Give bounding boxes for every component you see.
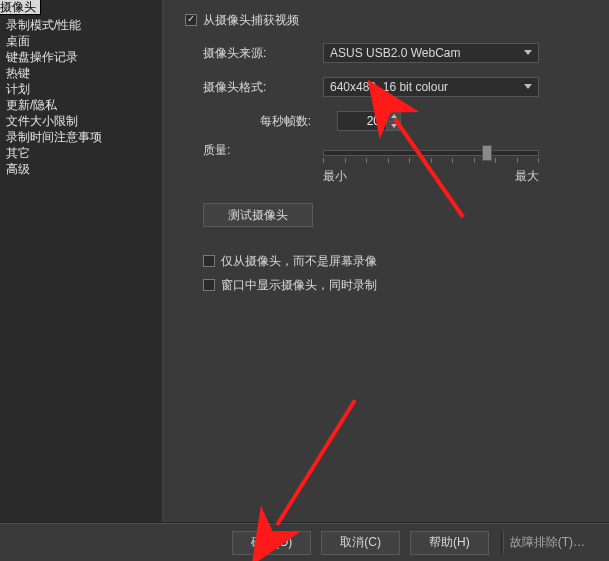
cancel-button[interactable]: 取消(C) xyxy=(321,531,400,555)
show-in-window-row: 窗口中显示摄像头，同时录制 xyxy=(203,277,609,293)
webcam-format-row: 摄像头格式: 640x480, 16 bit colour xyxy=(203,74,609,100)
text-cursor xyxy=(381,115,382,127)
capture-video-label: 从摄像头捕获视频 xyxy=(203,12,299,29)
dialog-button-bar: 确定(O) 取消(C) 帮助(H) 故障排除(T)… xyxy=(0,522,609,561)
webcam-source-dropdown[interactable]: ASUS USB2.0 WebCam xyxy=(323,43,539,63)
quality-label: 质量: xyxy=(203,142,323,159)
test-webcam-button[interactable]: 测试摄像头 xyxy=(203,203,313,227)
sidebar-item-desktop[interactable]: 桌面 xyxy=(0,33,162,49)
capture-video-checkbox[interactable] xyxy=(185,14,197,26)
ok-button[interactable]: 确定(O) xyxy=(232,531,311,555)
quality-slider-wrap: 最小 最大 xyxy=(323,142,539,185)
chevron-down-icon xyxy=(524,50,532,55)
fps-step-down[interactable] xyxy=(386,122,400,131)
test-webcam-label: 测试摄像头 xyxy=(228,207,288,224)
button-bar-divider xyxy=(501,532,504,554)
quality-slider-ticks xyxy=(323,158,539,164)
category-sidebar: 摄像头 录制模式/性能 桌面 键盘操作记录 热键 计划 更新/隐私 文件大小限制… xyxy=(0,0,163,522)
show-in-window-checkbox[interactable] xyxy=(203,279,215,291)
help-button[interactable]: 帮助(H) xyxy=(410,531,489,555)
webcam-source-row: 摄像头来源: ASUS USB2.0 WebCam xyxy=(203,40,609,66)
sidebar-item-time-notice[interactable]: 录制时间注意事项 xyxy=(0,129,162,145)
sidebar-item-update[interactable]: 更新/隐私 xyxy=(0,97,162,113)
sidebar-list: 录制模式/性能 桌面 键盘操作记录 热键 计划 更新/隐私 文件大小限制 录制时… xyxy=(0,17,162,177)
webcam-format-dropdown[interactable]: 640x480, 16 bit colour xyxy=(323,77,539,97)
fps-label: 每秒帧数: xyxy=(203,113,323,130)
sidebar-item-filesize[interactable]: 文件大小限制 xyxy=(0,113,162,129)
cancel-label: 取消(C) xyxy=(340,534,381,551)
fps-value: 20 xyxy=(367,114,380,128)
ok-label: 确定(O) xyxy=(251,534,292,551)
fps-input[interactable]: 20 xyxy=(337,111,401,131)
webcam-format-label: 摄像头格式: xyxy=(203,79,323,96)
only-webcam-label: 仅从摄像头，而不是屏幕录像 xyxy=(221,253,377,270)
fps-step-up[interactable] xyxy=(386,112,400,122)
quality-slider[interactable] xyxy=(323,150,539,156)
sidebar-title: 摄像头 xyxy=(0,0,41,15)
webcam-source-label: 摄像头来源: xyxy=(203,45,323,62)
troubleshoot-link[interactable]: 故障排除(T)… xyxy=(510,534,585,551)
sidebar-item-other[interactable]: 其它 xyxy=(0,145,162,161)
help-label: 帮助(H) xyxy=(429,534,470,551)
quality-row: 质量: 最小 最大 xyxy=(203,142,609,185)
only-webcam-checkbox[interactable] xyxy=(203,255,215,267)
capture-video-row: 从摄像头捕获视频 xyxy=(185,12,609,28)
webcam-settings-panel: 从摄像头捕获视频 摄像头来源: ASUS USB2.0 WebCam 摄像头格式… xyxy=(163,0,609,522)
sidebar-item-advanced[interactable]: 高级 xyxy=(0,161,162,177)
sidebar-item-keyboard[interactable]: 键盘操作记录 xyxy=(0,49,162,65)
sidebar-item-hotkeys[interactable]: 热键 xyxy=(0,65,162,81)
fps-row: 每秒帧数: 20 xyxy=(203,108,609,134)
only-webcam-row: 仅从摄像头，而不是屏幕录像 xyxy=(203,253,609,269)
webcam-source-value: ASUS USB2.0 WebCam xyxy=(330,46,461,60)
chevron-down-icon xyxy=(524,84,532,89)
show-in-window-label: 窗口中显示摄像头，同时录制 xyxy=(221,277,377,294)
quality-slider-labels: 最小 最大 xyxy=(323,168,539,185)
sidebar-item-schedule[interactable]: 计划 xyxy=(0,81,162,97)
quality-max-label: 最大 xyxy=(515,168,539,185)
settings-dialog: 摄像头 录制模式/性能 桌面 键盘操作记录 热键 计划 更新/隐私 文件大小限制… xyxy=(0,0,609,561)
fps-spinner xyxy=(386,112,400,130)
webcam-format-value: 640x480, 16 bit colour xyxy=(330,80,448,94)
quality-min-label: 最小 xyxy=(323,168,347,185)
sidebar-item-record-mode[interactable]: 录制模式/性能 xyxy=(0,17,162,33)
